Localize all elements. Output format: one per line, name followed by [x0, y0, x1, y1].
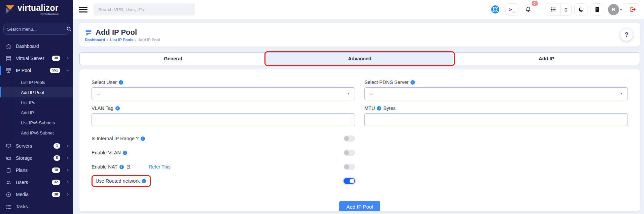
- logout-button[interactable]: [626, 3, 639, 16]
- sidebar-item-plans[interactable]: Plans 10: [0, 164, 73, 176]
- info-icon[interactable]: i: [410, 80, 415, 85]
- label-text: Enable NAT: [92, 164, 117, 170]
- page-header-card: Add IP Pool Dashboard / List IP Pools / …: [79, 23, 640, 47]
- ip-pool-icon: [6, 68, 11, 73]
- sidebar-item-dashboard[interactable]: Dashboard: [0, 40, 73, 52]
- info-icon[interactable]: i: [119, 165, 124, 169]
- submenu-item-list-ipv6-subnets[interactable]: List IPv6 Subnets: [0, 118, 73, 128]
- count-badge: 1: [53, 143, 60, 149]
- label-text: VLAN Tag: [92, 105, 113, 111]
- dark-mode-button[interactable]: [574, 3, 588, 16]
- use-routed-network-toggle[interactable]: [344, 178, 355, 184]
- tab-label: Advanced: [348, 56, 371, 61]
- tab-add-ip[interactable]: Add IP: [453, 53, 640, 65]
- use-routed-network-label-annotated: Use Routed network i: [92, 175, 151, 187]
- info-icon[interactable]: i: [123, 151, 127, 155]
- ip-pool-submenu: List IP Pools Add IP Pool List IPs Add I…: [0, 77, 73, 140]
- mtu-unit-label: Bytes: [383, 105, 395, 111]
- info-icon[interactable]: i: [115, 106, 120, 111]
- sidebar-item-tasks[interactable]: Tasks: [0, 201, 73, 213]
- notification-count-badge: 0: [532, 1, 538, 6]
- select-pdns-dropdown[interactable]: -- ▼: [364, 87, 628, 100]
- info-icon[interactable]: i: [141, 136, 145, 141]
- hamburger-menu-icon[interactable]: [79, 7, 87, 12]
- tasks-queue-button[interactable]: [546, 3, 560, 16]
- breadcrumb-current: Add IP Pool: [138, 38, 160, 42]
- sidebar-nav: Dashboard Virtual Server 30 IP Pool 551 …: [0, 40, 73, 214]
- chevron-down-icon: [66, 69, 69, 72]
- tab-general[interactable]: General: [80, 53, 266, 65]
- docs-button[interactable]: [591, 3, 604, 16]
- notifications-button[interactable]: 0: [522, 3, 535, 16]
- sidebar-search-input[interactable]: [7, 27, 66, 32]
- add-ip-pool-submit-button[interactable]: Add IP Pool: [339, 201, 381, 211]
- info-icon[interactable]: i: [119, 80, 123, 85]
- info-icon[interactable]: i: [377, 106, 381, 111]
- select-user-dropdown[interactable]: -- ▼: [92, 87, 355, 100]
- storage-icon: [6, 155, 11, 161]
- tasks-list-icon: [6, 204, 11, 210]
- terminal-button[interactable]: >_: [505, 3, 519, 16]
- bell-icon: [525, 6, 532, 13]
- server-stack-icon: [6, 56, 11, 61]
- sidebar-item-label: Servers: [16, 143, 49, 149]
- submenu-label: List IP Pools: [21, 80, 45, 85]
- user-menu[interactable]: R ▾: [608, 4, 622, 15]
- submenu-item-add-ip-pool[interactable]: Add IP Pool: [0, 87, 73, 97]
- book-icon: [594, 6, 600, 12]
- sidebar-item-label: IP Pool: [16, 68, 45, 73]
- submenu-label: Add IPv6 Subnet: [21, 130, 54, 135]
- question-mark-icon: ?: [624, 31, 629, 38]
- chevron-right-icon: [66, 193, 69, 196]
- label-text: Is Internal IP Range ?: [92, 136, 139, 141]
- page-title: Add IP Pool: [96, 28, 137, 37]
- checklist-icon: [550, 6, 556, 12]
- tasks-count[interactable]: 0: [560, 3, 571, 16]
- tabbar: General Advanced Add IP: [79, 52, 640, 65]
- sidebar-item-servers[interactable]: Servers 1: [0, 140, 73, 152]
- help-button[interactable]: ?: [620, 29, 633, 41]
- search-icon[interactable]: [66, 26, 72, 32]
- vlan-tag-input[interactable]: [92, 113, 355, 126]
- main-area: >_ 0 0 R ▾: [73, 0, 644, 214]
- vlan-tag-field: VLAN Tag i: [92, 105, 355, 126]
- refer-this-link[interactable]: Refer This: [149, 164, 170, 170]
- submenu-item-list-ip-pools[interactable]: List IP Pools: [0, 77, 73, 87]
- mtu-input[interactable]: [364, 113, 628, 126]
- brand-logo[interactable]: virtualizor By Softaculous: [0, 0, 73, 19]
- page-content: Add IP Pool Dashboard / List IP Pools / …: [73, 19, 644, 214]
- label-text: Use Routed network: [96, 178, 140, 184]
- avatar: R: [608, 4, 619, 15]
- sidebar-item-media[interactable]: Media 38: [0, 188, 73, 201]
- sidebar-item-ip-pool[interactable]: IP Pool 551: [0, 64, 73, 77]
- support-button[interactable]: [488, 3, 503, 16]
- virtualizor-logo-icon: [5, 4, 15, 14]
- enable-nat-label: Enable NAT i Refer This: [92, 164, 170, 170]
- brand-name: virtualizor: [17, 4, 59, 12]
- sidebar-item-virtual-server[interactable]: Virtual Server 30: [0, 52, 73, 64]
- external-link-icon[interactable]: [126, 165, 131, 169]
- chevron-right-icon: [66, 144, 69, 148]
- select-user-field: Select User i -- ▼: [92, 80, 355, 100]
- sidebar-item-storage[interactable]: Storage 5: [0, 152, 73, 164]
- internal-ip-range-toggle[interactable]: [344, 135, 355, 142]
- form-grid: Select User i -- ▼ Select PDNS Server i …: [92, 80, 628, 211]
- toggle-knob: [350, 179, 354, 183]
- breadcrumb-dashboard[interactable]: Dashboard: [85, 38, 105, 42]
- enable-vlan-toggle[interactable]: [344, 150, 355, 156]
- enable-nat-toggle[interactable]: [344, 164, 355, 170]
- tab-advanced[interactable]: Advanced: [266, 53, 453, 65]
- tasks-count-value: 0: [565, 7, 567, 12]
- label-text: Select User: [92, 80, 117, 85]
- info-icon[interactable]: i: [142, 179, 146, 183]
- internal-ip-range-row: Is Internal IP Range ? i: [92, 131, 355, 146]
- sidebar-item-users[interactable]: Users 32: [0, 176, 73, 188]
- submenu-item-list-ips[interactable]: List IPs: [0, 97, 73, 108]
- selected-value: --: [97, 91, 347, 97]
- global-search-input[interactable]: [98, 7, 190, 12]
- count-badge: 10: [52, 167, 60, 173]
- submenu-item-add-ipv6-subnet[interactable]: Add IPv6 Subnet: [0, 128, 73, 138]
- count-badge: 551: [50, 68, 60, 73]
- breadcrumb-list-ip-pools[interactable]: List IP Pools: [110, 38, 133, 42]
- submenu-item-add-ip[interactable]: Add IP: [0, 108, 73, 118]
